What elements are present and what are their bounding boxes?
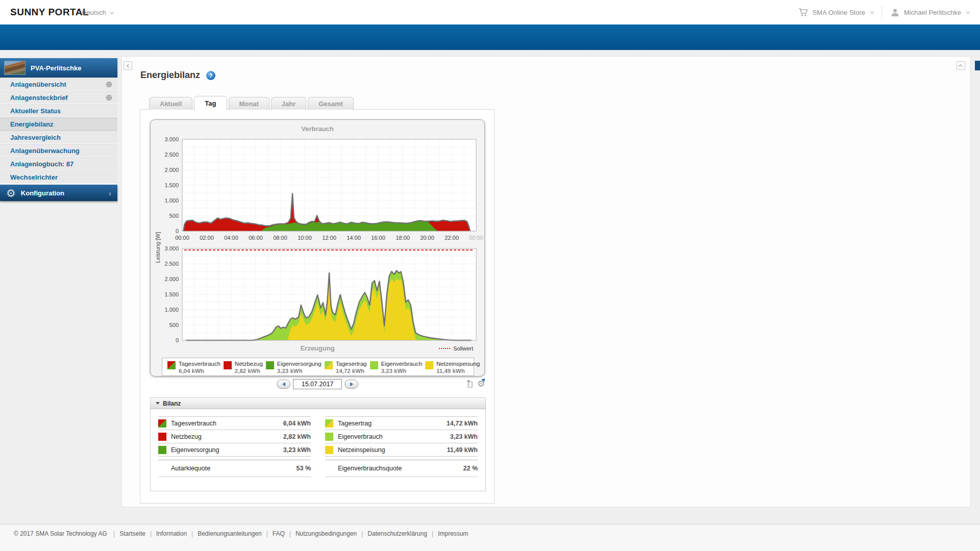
footer-link-datenschutzerklärung[interactable]: Datenschutzerklärung: [368, 530, 427, 537]
footer-link-startseite[interactable]: Startseite: [119, 530, 145, 537]
green-swatch-icon: [266, 361, 274, 369]
footer-link-nutzungsbedingungen[interactable]: Nutzungsbedingungen: [296, 530, 357, 537]
chevron-down-icon: [870, 9, 874, 13]
tab-bar: AktuellTagMonatJahrGesamt: [149, 96, 355, 110]
gear-icon: ⚙: [6, 188, 16, 198]
footer-link-bedienungsanleitungen[interactable]: Bedienungsanleitungen: [198, 530, 261, 537]
footer-link-impressum[interactable]: Impressum: [438, 530, 468, 537]
bilanz-row-netzbezug: Netzbezug2,82 kWh: [158, 430, 311, 443]
chart-title-verbrauch: Verbrauch: [151, 125, 484, 135]
page-title: Energiebilanz: [140, 70, 200, 81]
chart-settings-icon[interactable]: ⚙: [477, 380, 485, 388]
svg-text:00:00: 00:00: [469, 235, 483, 241]
footer-link-faq[interactable]: FAQ: [273, 530, 285, 537]
prev-day-button[interactable]: [277, 380, 290, 389]
chevron-down-icon: [966, 9, 970, 13]
sidebar-item-4[interactable]: Energiebilanz: [0, 117, 117, 131]
bilanz-quota-row: Eigenverbrauchsquote22 %: [325, 460, 478, 477]
blue-banner: [0, 24, 980, 50]
svg-text:18:00: 18:00: [396, 235, 410, 241]
svg-text:14:00: 14:00: [347, 235, 361, 241]
language-label: Deutsch: [82, 9, 106, 16]
split-red-green-swatch-icon: [167, 361, 176, 369]
help-icon[interactable]: ?: [206, 71, 215, 80]
verbrauch-chart: 05001.0001.5002.0002.5003.00000:0002:000…: [151, 135, 485, 242]
svg-text:3.000: 3.000: [164, 245, 179, 252]
tab-jahr[interactable]: Jahr: [271, 97, 306, 110]
sollwert-legend: Sollwert: [439, 345, 473, 352]
tab-gesamt[interactable]: Gesamt: [308, 97, 354, 110]
legend-item-eigenverbrauch: Eigenverbrauch3,23 kWh: [367, 360, 423, 374]
sollwert-dash-icon: [439, 348, 450, 349]
bilanz-row-eigenversorgung: Eigenversorgung3,23 kWh: [158, 443, 311, 456]
tab-tag[interactable]: Tag: [194, 96, 227, 110]
svg-text:2.500: 2.500: [164, 152, 179, 158]
split-green-yellow-swatch-icon: [325, 361, 333, 369]
red-swatch-icon: [158, 433, 166, 441]
next-day-button[interactable]: [345, 380, 358, 389]
chevron-right-icon: ›: [109, 189, 111, 197]
bilanz-row-tagesertrag: Tagesertrag14,72 kWh: [325, 416, 478, 430]
green-swatch-icon: [158, 446, 166, 454]
sidebar-item-1[interactable]: Anlagenübersicht: [0, 78, 117, 91]
sunny-portal-logo: SUNNY PORTAL: [10, 7, 89, 18]
sidebar-item-konfiguration[interactable]: ⚙ Konfiguration ›: [0, 185, 117, 201]
sidebar-item-3[interactable]: Aktueller Status: [0, 104, 117, 117]
svg-text:1.500: 1.500: [164, 182, 179, 188]
divider: [881, 7, 882, 17]
chart-title-erzeugung: Erzeugung: [300, 344, 334, 352]
user-icon: [891, 8, 899, 17]
sidebar-item-6[interactable]: Anlagenüberwachung: [0, 144, 117, 157]
bilanz-header[interactable]: Bilanz: [151, 398, 485, 409]
svg-text:1.500: 1.500: [164, 291, 179, 297]
svg-text:1.000: 1.000: [164, 307, 179, 313]
scroll-top-button[interactable]: [957, 61, 965, 70]
globe-icon: [106, 81, 112, 88]
language-selector[interactable]: Deutsch: [82, 9, 113, 16]
erzeugung-chart: 05001.0001.5002.0002.5003.000: [151, 244, 485, 342]
legend-item-eigenversorgung: Eigenversorgung3,23 kWh: [263, 360, 322, 374]
svg-text:10:00: 10:00: [298, 235, 312, 241]
yellow-swatch-icon: [425, 361, 433, 369]
footer: © 2017 SMA Solar Technology AG |Startsei…: [0, 524, 980, 551]
lightgreen-swatch-icon: [370, 361, 378, 369]
tab-monat[interactable]: Monat: [229, 97, 270, 110]
collapse-sidebar-button[interactable]: [124, 61, 132, 70]
legend-item-netzbezug: Netzbezug2,82 kWh: [220, 360, 263, 374]
sidebar-item-5[interactable]: Jahresvergleich: [0, 131, 117, 144]
sidebar: PVA-Perlitschke AnlagenübersichtAnlagens…: [0, 58, 117, 201]
sidebar-item-2[interactable]: Anlagensteckbrief: [0, 91, 117, 104]
user-menu[interactable]: Michael Perlitschke: [904, 9, 961, 16]
plant-header[interactable]: PVA-Perlitschke: [0, 58, 117, 78]
plant-name: PVA-Perlitschke: [31, 64, 81, 72]
legend-item-tagesertrag: Tagesertrag14,72 kWh: [322, 360, 367, 374]
svg-text:16:00: 16:00: [371, 235, 385, 241]
store-menu[interactable]: SMA Online Store: [813, 9, 865, 16]
tab-content: Leistung [W] Verbrauch 05001.0001.5002.0…: [140, 109, 495, 504]
svg-text:0: 0: [176, 228, 179, 234]
svg-text:2.500: 2.500: [164, 261, 179, 267]
export-icon[interactable]: [464, 379, 474, 388]
split-green-yellow-swatch-icon: [325, 419, 333, 428]
legend-item-netzeinspeisung: Netzeinspeisung11,49 kWh: [422, 360, 480, 374]
yellow-swatch-icon: [325, 446, 333, 454]
red-swatch-icon: [224, 361, 232, 369]
svg-text:20:00: 20:00: [420, 235, 434, 241]
cart-icon: [798, 8, 808, 17]
date-navigation: ⚙: [150, 379, 485, 390]
svg-text:3.000: 3.000: [164, 136, 179, 142]
copyright: © 2017 SMA Solar Technology AG: [14, 530, 107, 537]
svg-text:00:00: 00:00: [175, 235, 189, 241]
svg-text:02:00: 02:00: [200, 235, 214, 241]
bilanz-row-eigenverbrauch: Eigenverbrauch3,23 kWh: [325, 430, 478, 443]
tab-aktuell[interactable]: Aktuell: [149, 97, 192, 110]
bilanz-quota-row: Autarkiequote53 %: [158, 460, 311, 477]
konfiguration-label: Konfiguration: [21, 189, 109, 197]
sidebar-item-7[interactable]: Anlagenlogbuch: 87: [0, 157, 117, 170]
date-input[interactable]: [293, 379, 342, 389]
bilanz-row-netzeinspeisung: Netzeinspeisung11,49 kWh: [325, 443, 478, 456]
sidebar-item-8[interactable]: Wechselrichter: [0, 170, 117, 184]
footer-link-information[interactable]: Information: [156, 530, 187, 537]
svg-text:22:00: 22:00: [445, 235, 459, 241]
top-bar: SUNNY PORTAL Deutsch SMA Online Store Mi…: [0, 0, 980, 24]
